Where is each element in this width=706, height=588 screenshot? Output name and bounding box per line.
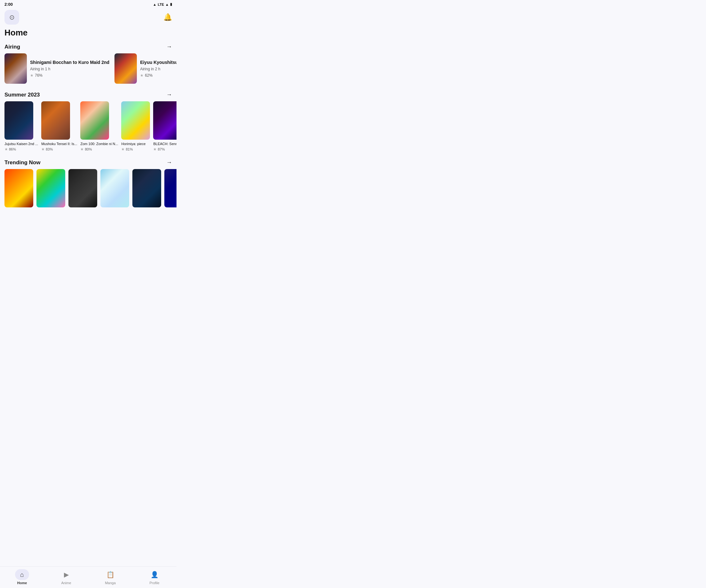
trending-thumb-3 <box>101 169 129 207</box>
top-bar: ⊙ 🔔 <box>0 8 176 27</box>
airing-section-title: Airing <box>4 44 20 50</box>
summer-thumb-3 <box>121 101 150 140</box>
star-icon-2: ★ <box>140 73 144 78</box>
airing-time-2: Airing in 2 h <box>140 67 176 71</box>
summer-thumb-2 <box>80 101 109 140</box>
trending-arrow-icon[interactable]: → <box>166 159 172 166</box>
trending-card-2[interactable] <box>69 169 97 207</box>
trending-section-title: Trending Now <box>4 160 40 166</box>
airing-thumb-1 <box>4 53 27 84</box>
trending-card-1[interactable] <box>36 169 65 207</box>
summer-card-0[interactable]: Jujutsu Kaisen 2nd ... ★ 86% <box>4 101 38 152</box>
airing-name-1: Shinigami Bocchan to Kuro Maid 2nd <box>30 59 109 65</box>
airing-scroll: Shinigami Bocchan to Kuro Maid 2nd Airin… <box>0 53 176 89</box>
airing-info-2: Eiyuu Kyoushitsu Airing in 2 h ★ 62% <box>140 59 176 77</box>
summer-name-0: Jujutsu Kaisen 2nd ... <box>4 141 38 146</box>
airing-card-2[interactable]: Eiyuu Kyoushitsu Airing in 2 h ★ 62% <box>114 53 176 84</box>
summer-rating-4: ★ 87% <box>153 147 176 152</box>
summer-rating-3: ★ 81% <box>121 147 150 152</box>
airing-rating-1: ★ 76% <box>30 73 109 78</box>
battery-icon: ▮ <box>170 2 172 6</box>
summer-name-3: Horimiya: piece <box>121 141 150 146</box>
airing-rating-value-1: 76% <box>35 73 42 78</box>
airing-time-1: Airing in 1 h <box>30 67 109 71</box>
summer-star-2: ★ <box>80 147 84 152</box>
summer-card-3[interactable]: Horimiya: piece ★ 81% <box>121 101 150 152</box>
airing-name-2: Eiyuu Kyoushitsu <box>140 59 176 65</box>
summer-star-3: ★ <box>121 147 125 152</box>
airing-card-1[interactable]: Shinigami Bocchan to Kuro Maid 2nd Airin… <box>4 53 109 84</box>
trending-scroll <box>0 169 176 233</box>
summer-rating-0: ★ 86% <box>4 147 38 152</box>
trending-thumb-0 <box>4 169 33 207</box>
summer-name-2: Zom 100: Zombie ni N... <box>80 141 118 146</box>
summer-card-4[interactable]: BLEACH: Sennen Kes... ★ 87% <box>153 101 176 152</box>
page-title: Home <box>0 27 176 41</box>
summer-star-4: ★ <box>153 147 157 152</box>
star-icon-1: ★ <box>30 73 34 78</box>
trending-card-5[interactable] <box>164 169 176 207</box>
summer-section-title: Summer 2023 <box>4 92 40 98</box>
summer-arrow-icon[interactable]: → <box>166 91 172 98</box>
trending-section-header: Trending Now → <box>0 157 176 169</box>
compass-icon: ⊙ <box>9 13 15 21</box>
trending-thumb-5 <box>164 169 176 207</box>
notification-bell-icon[interactable]: 🔔 <box>163 13 172 22</box>
compass-button[interactable]: ⊙ <box>4 10 19 25</box>
status-icons: ▲ LTE ▲ ▮ <box>153 2 172 6</box>
trending-thumb-1 <box>36 169 65 207</box>
airing-section-header: Airing → <box>0 41 176 53</box>
lte-label: LTE <box>158 3 164 6</box>
summer-rating-2: ★ 80% <box>80 147 118 152</box>
summer-thumb-1 <box>41 101 70 140</box>
summer-star-1: ★ <box>41 147 45 152</box>
status-time: 2:00 <box>4 2 13 7</box>
trending-thumb-4 <box>132 169 161 207</box>
summer-name-1: Mushoku Tensei II: Is... <box>41 141 77 146</box>
trending-card-4[interactable] <box>132 169 161 207</box>
airing-rating-2: ★ 62% <box>140 73 176 78</box>
trending-thumb-2 <box>69 169 97 207</box>
summer-thumb-0 <box>4 101 33 140</box>
wifi-icon: ▲ <box>153 3 156 6</box>
signal-icon: ▲ <box>165 3 169 6</box>
summer-name-4: BLEACH: Sennen Kes... <box>153 141 176 146</box>
summer-card-1[interactable]: Mushoku Tensei II: Is... ★ 83% <box>41 101 77 152</box>
airing-rating-value-2: 62% <box>145 73 153 78</box>
summer-card-2[interactable]: Zom 100: Zombie ni N... ★ 80% <box>80 101 118 152</box>
summer-scroll: Jujutsu Kaisen 2nd ... ★ 86% Mushoku Ten… <box>0 101 176 157</box>
summer-rating-1: ★ 83% <box>41 147 77 152</box>
summer-thumb-4 <box>153 101 176 140</box>
airing-thumb-2 <box>114 53 137 84</box>
status-bar: 2:00 ▲ LTE ▲ ▮ <box>0 0 176 8</box>
summer-section-header: Summer 2023 → <box>0 89 176 101</box>
airing-info-1: Shinigami Bocchan to Kuro Maid 2nd Airin… <box>30 59 109 77</box>
trending-card-0[interactable] <box>4 169 33 207</box>
summer-star-0: ★ <box>4 147 8 152</box>
trending-card-3[interactable] <box>101 169 129 207</box>
airing-arrow-icon[interactable]: → <box>166 43 172 50</box>
